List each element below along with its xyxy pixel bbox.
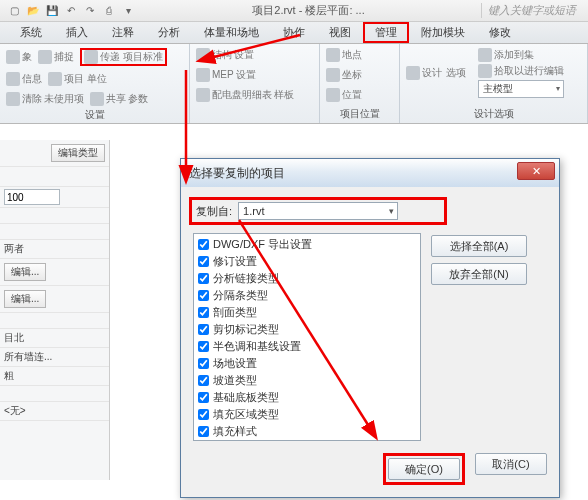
select-all-button[interactable]: 选择全部(A) bbox=[431, 235, 527, 257]
btn-location[interactable]: 地点 bbox=[326, 48, 393, 62]
structure-icon bbox=[196, 48, 210, 62]
edit-button-2[interactable]: 编辑... bbox=[4, 290, 46, 308]
qat-undo-icon[interactable]: ↶ bbox=[63, 3, 79, 19]
panel-icon bbox=[196, 88, 210, 102]
btn-mep[interactable]: MEP 设置 bbox=[196, 68, 256, 82]
item-checkbox[interactable] bbox=[198, 256, 209, 267]
edit1-row: 编辑... bbox=[0, 259, 109, 286]
list-item[interactable]: 场地设置 bbox=[196, 355, 418, 372]
ok-button[interactable]: 确定(O) bbox=[388, 458, 460, 480]
item-checkbox[interactable] bbox=[198, 358, 209, 369]
btn-design-options[interactable]: 设计选项 bbox=[406, 48, 466, 98]
tab-collab[interactable]: 协作 bbox=[271, 22, 317, 43]
copy-from-label: 复制自: bbox=[196, 204, 232, 219]
tab-annotate[interactable]: 注释 bbox=[100, 22, 146, 43]
btn-add-to-set[interactable]: 添加到集 bbox=[478, 48, 564, 62]
tab-analyze[interactable]: 分析 bbox=[146, 22, 192, 43]
discard-all-button[interactable]: 放弃全部(N) bbox=[431, 263, 527, 285]
blank-row3 bbox=[0, 224, 109, 240]
title-bar: ▢ 📂 💾 ↶ ↷ ⎙ ▾ 项目2.rvt - 楼层平面: ... 键入关键字或… bbox=[0, 0, 588, 22]
copy-from-select[interactable]: 1.rvt bbox=[238, 202, 398, 220]
item-checkbox[interactable] bbox=[198, 341, 209, 352]
add-icon bbox=[478, 48, 492, 62]
btn-purge[interactable]: 清除 未使用项 bbox=[6, 92, 84, 106]
btn-units[interactable]: 项目 单位 bbox=[48, 72, 107, 86]
item-checkbox[interactable] bbox=[198, 426, 209, 437]
items-list[interactable]: DWG/DXF 导出设置 修订设置 分析链接类型 分隔条类型 剖面类型 剪切标记… bbox=[193, 233, 421, 441]
tab-modify[interactable]: 修改 bbox=[477, 22, 523, 43]
group-location: 地点 坐标 位置 项目位置 bbox=[320, 44, 400, 123]
list-item[interactable]: 分隔条类型 bbox=[196, 287, 418, 304]
list-item[interactable]: 基础底板类型 bbox=[196, 389, 418, 406]
list-item[interactable]: 分析链接类型 bbox=[196, 270, 418, 287]
edit-type-row: 编辑类型 bbox=[0, 140, 109, 167]
qat-redo-icon[interactable]: ↷ bbox=[82, 3, 98, 19]
btn-structure[interactable]: 结构 设置 bbox=[196, 48, 254, 62]
qat-more-icon[interactable]: ▾ bbox=[120, 3, 136, 19]
list-item[interactable]: 修订设置 bbox=[196, 253, 418, 270]
blank-row bbox=[0, 167, 109, 187]
btn-object[interactable]: 象 bbox=[6, 48, 32, 66]
item-checkbox[interactable] bbox=[198, 324, 209, 335]
group-label-blank1 bbox=[196, 108, 313, 121]
clean-label: 所有墙连... bbox=[4, 350, 52, 364]
list-item[interactable]: 半色调和基线设置 bbox=[196, 338, 418, 355]
tab-manage[interactable]: 管理 bbox=[363, 22, 409, 43]
object-icon bbox=[6, 50, 20, 64]
item-checkbox[interactable] bbox=[198, 375, 209, 386]
list-item[interactable]: 填充区域类型 bbox=[196, 406, 418, 423]
list-item[interactable]: 坡道类型 bbox=[196, 372, 418, 389]
group-settings: 象 捕捉 传递 项目标准 信息 项目 单位 清除 未使用项 共享 参数 设置 bbox=[0, 44, 190, 123]
dialog-title: 选择要复制的项目 bbox=[189, 165, 285, 182]
dialog-footer: 确定(O) 取消(C) bbox=[193, 453, 547, 485]
north-row: 目北 bbox=[0, 329, 109, 348]
close-button[interactable]: ✕ bbox=[517, 162, 555, 180]
document-title: 项目2.rvt - 楼层平面: ... bbox=[142, 3, 475, 18]
cancel-button[interactable]: 取消(C) bbox=[475, 453, 547, 475]
close-icon: ✕ bbox=[532, 165, 541, 178]
both-row: 两者 bbox=[0, 240, 109, 259]
copy-from-row: 复制自: 1.rvt bbox=[189, 197, 447, 225]
ribbon-panel: 象 捕捉 传递 项目标准 信息 项目 单位 清除 未使用项 共享 参数 设置 结… bbox=[0, 44, 588, 124]
btn-pick-to-edit[interactable]: 拾取以进行编辑 bbox=[478, 64, 564, 78]
rough-label: 粗 bbox=[4, 369, 14, 383]
edit-type-button[interactable]: 编辑类型 bbox=[51, 144, 105, 162]
btn-position[interactable]: 位置 bbox=[326, 88, 393, 102]
list-item[interactable]: DWG/DXF 导出设置 bbox=[196, 236, 418, 253]
edit-button-1[interactable]: 编辑... bbox=[4, 263, 46, 281]
list-item[interactable]: 墙类型 bbox=[196, 440, 418, 441]
qat-icon[interactable]: ▢ bbox=[6, 3, 22, 19]
ok-highlight: 确定(O) bbox=[383, 453, 465, 485]
list-item[interactable]: 剖面类型 bbox=[196, 304, 418, 321]
btn-transfer-standards[interactable]: 传递 项目标准 bbox=[80, 48, 167, 66]
tab-massing[interactable]: 体量和场地 bbox=[192, 22, 271, 43]
item-checkbox[interactable] bbox=[198, 273, 209, 284]
item-checkbox[interactable] bbox=[198, 290, 209, 301]
list-item[interactable]: 填充样式 bbox=[196, 423, 418, 440]
tab-system[interactable]: 系统 bbox=[8, 22, 54, 43]
item-checkbox[interactable] bbox=[198, 392, 209, 403]
list-item[interactable]: 剪切标记类型 bbox=[196, 321, 418, 338]
item-checkbox[interactable] bbox=[198, 409, 209, 420]
scale-input[interactable] bbox=[4, 189, 60, 205]
tab-insert[interactable]: 插入 bbox=[54, 22, 100, 43]
btn-info[interactable]: 信息 bbox=[6, 72, 42, 86]
globe-icon bbox=[326, 48, 340, 62]
tab-addins[interactable]: 附加模块 bbox=[409, 22, 477, 43]
scale-row bbox=[0, 187, 109, 208]
btn-shared[interactable]: 共享 参数 bbox=[90, 92, 148, 106]
search-box[interactable]: 键入关键字或短语 bbox=[481, 3, 582, 18]
select-main-model[interactable]: 主模型 bbox=[478, 80, 564, 98]
item-checkbox[interactable] bbox=[198, 307, 209, 318]
item-checkbox[interactable] bbox=[198, 239, 209, 250]
btn-snap[interactable]: 捕捉 bbox=[38, 48, 74, 66]
none-row: <无> bbox=[0, 402, 109, 421]
btn-coordinates[interactable]: 坐标 bbox=[326, 68, 393, 82]
qat-open-icon[interactable]: 📂 bbox=[25, 3, 41, 19]
tab-view[interactable]: 视图 bbox=[317, 22, 363, 43]
qat-save-icon[interactable]: 💾 bbox=[44, 3, 60, 19]
qat-print-icon[interactable]: ⎙ bbox=[101, 3, 117, 19]
btn-panel-schedule[interactable]: 配电盘明细表 样板 bbox=[196, 88, 294, 102]
coord-icon bbox=[326, 68, 340, 82]
group-design-options: 设计选项 添加到集 拾取以进行编辑 主模型 设计选项 bbox=[400, 44, 588, 123]
